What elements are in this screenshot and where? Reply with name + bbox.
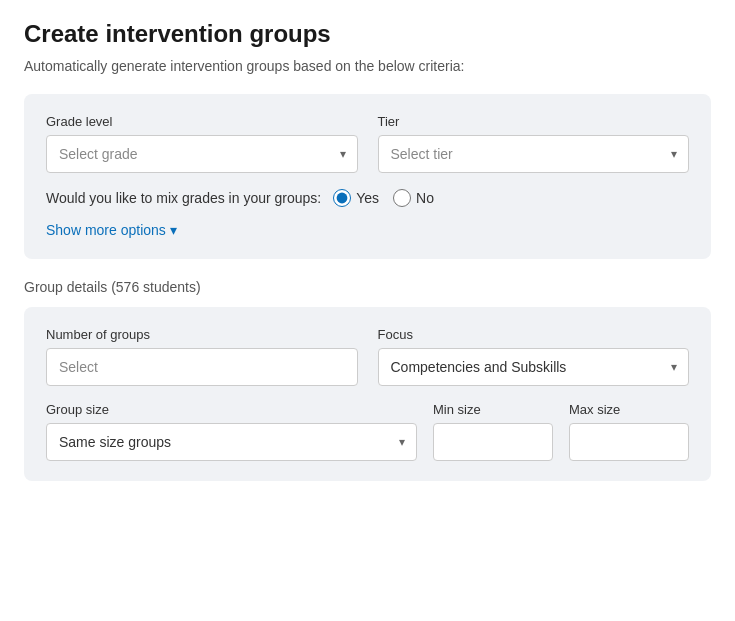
- tier-group: Tier Select tier ▾: [378, 114, 690, 173]
- tier-select-wrapper: Select tier ▾: [378, 135, 690, 173]
- yes-radio-option[interactable]: Yes: [333, 189, 379, 207]
- max-size-label: Max size: [569, 402, 689, 417]
- yes-radio-label: Yes: [356, 190, 379, 206]
- max-size-input[interactable]: [569, 423, 689, 461]
- group-size-group: Group size Same size groups ▾: [46, 402, 417, 461]
- tier-select[interactable]: Select tier: [378, 135, 690, 173]
- page-subtitle: Automatically generate intervention grou…: [24, 58, 711, 74]
- num-groups-input[interactable]: [46, 348, 358, 386]
- grade-level-label: Grade level: [46, 114, 358, 129]
- num-groups-group: Number of groups: [46, 327, 358, 386]
- page-title: Create intervention groups: [24, 20, 711, 48]
- focus-group: Focus Competencies and Subskills ▾: [378, 327, 690, 386]
- no-radio-label: No: [416, 190, 434, 206]
- show-more-chevron-icon: ▾: [170, 222, 177, 238]
- group-size-row: Group size Same size groups ▾ Min size M…: [46, 402, 689, 461]
- max-size-group: Max size: [569, 402, 689, 461]
- grade-tier-row: Grade level Select grade ▾ Tier Select t…: [46, 114, 689, 173]
- mix-grades-row: Would you like to mix grades in your gro…: [46, 189, 689, 207]
- grade-level-group: Grade level Select grade ▾: [46, 114, 358, 173]
- grade-select-wrapper: Select grade ▾: [46, 135, 358, 173]
- group-size-select-wrapper: Same size groups ▾: [46, 423, 417, 461]
- group-size-select[interactable]: Same size groups: [46, 423, 417, 461]
- focus-label: Focus: [378, 327, 690, 342]
- min-size-input[interactable]: [433, 423, 553, 461]
- group-size-label: Group size: [46, 402, 417, 417]
- num-groups-label: Number of groups: [46, 327, 358, 342]
- min-size-group: Min size: [433, 402, 553, 461]
- yes-radio-input[interactable]: [333, 189, 351, 207]
- no-radio-input[interactable]: [393, 189, 411, 207]
- groups-focus-row: Number of groups Focus Competencies and …: [46, 327, 689, 386]
- show-more-options-label: Show more options: [46, 222, 166, 238]
- no-radio-option[interactable]: No: [393, 189, 434, 207]
- focus-select[interactable]: Competencies and Subskills: [378, 348, 690, 386]
- group-details-card: Number of groups Focus Competencies and …: [24, 307, 711, 481]
- group-details-section-label: Group details (576 students): [24, 279, 711, 295]
- tier-label: Tier: [378, 114, 690, 129]
- show-more-options-link[interactable]: Show more options ▾: [46, 222, 177, 238]
- focus-select-wrapper: Competencies and Subskills ▾: [378, 348, 690, 386]
- grade-select[interactable]: Select grade: [46, 135, 358, 173]
- mix-grades-label: Would you like to mix grades in your gro…: [46, 190, 321, 206]
- mix-grades-radio-group: Yes No: [333, 189, 434, 207]
- min-size-label: Min size: [433, 402, 553, 417]
- criteria-card: Grade level Select grade ▾ Tier Select t…: [24, 94, 711, 259]
